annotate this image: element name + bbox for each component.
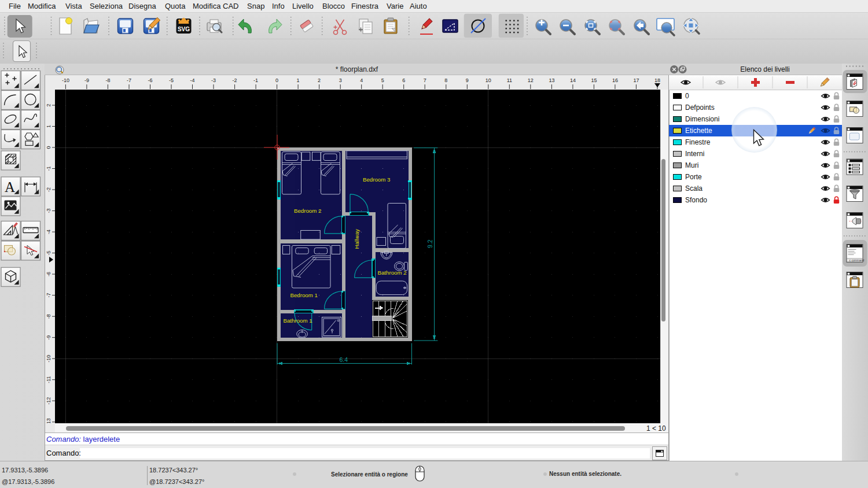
svg-text:6.4: 6.4 <box>340 356 348 363</box>
svg-text:-5: -5 <box>46 251 52 256</box>
svg-text:SVG: SVG <box>178 26 190 32</box>
svg-text:Elenco dei livelli: Elenco dei livelli <box>740 65 789 73</box>
svg-text:-2: -2 <box>46 187 52 192</box>
svg-text:12: 12 <box>528 77 534 83</box>
svg-text:-6: -6 <box>46 272 52 276</box>
svg-text:-3: -3 <box>211 77 216 83</box>
svg-text:c command: c command <box>849 258 865 262</box>
svg-text:14: 14 <box>570 77 576 83</box>
svg-text:-8: -8 <box>46 314 52 319</box>
svg-text:Bedroom 3: Bedroom 3 <box>363 176 390 183</box>
svg-text:-4: -4 <box>46 230 52 234</box>
svg-text:-9: -9 <box>46 335 52 340</box>
svg-text:-10: -10 <box>62 77 69 83</box>
svg-text:9.2: 9.2 <box>426 239 433 248</box>
svg-text:-9: -9 <box>84 77 89 83</box>
svg-text:11: 11 <box>507 77 512 83</box>
svg-text:10: 10 <box>486 77 491 83</box>
svg-text:-4: -4 <box>190 77 194 83</box>
svg-text:17: 17 <box>633 77 639 83</box>
svg-text:18: 18 <box>654 77 660 83</box>
svg-text:-7: -7 <box>127 77 131 83</box>
svg-text:Bedroom 1: Bedroom 1 <box>290 292 318 298</box>
svg-text:-12: -12 <box>46 397 52 405</box>
svg-text:-10: -10 <box>46 355 52 363</box>
svg-text:15: 15 <box>591 77 597 83</box>
svg-text:1: 1 <box>297 77 300 83</box>
svg-text:Bathroom 1: Bathroom 1 <box>284 317 312 324</box>
svg-text:Hallway: Hallway <box>354 229 360 249</box>
svg-text:2: 2 <box>318 77 321 83</box>
svg-text:-2: -2 <box>233 77 237 83</box>
svg-text:-5: -5 <box>169 77 174 83</box>
svg-text:0: 0 <box>46 146 52 149</box>
svg-text:-8: -8 <box>105 77 110 83</box>
svg-text:-7: -7 <box>46 293 52 298</box>
svg-text:13: 13 <box>549 77 554 83</box>
svg-text:A: A <box>5 179 15 195</box>
svg-text:6: 6 <box>402 77 405 83</box>
svg-text:-1: -1 <box>46 166 52 171</box>
svg-text:4: 4 <box>360 77 363 83</box>
svg-text:9: 9 <box>466 77 469 83</box>
svg-text:7: 7 <box>424 77 426 83</box>
svg-text:3: 3 <box>339 77 342 83</box>
svg-text:16: 16 <box>612 77 618 83</box>
svg-text:Bathroom 2: Bathroom 2 <box>378 269 407 276</box>
svg-text:-1: -1 <box>253 77 258 83</box>
svg-text:Bedroom 2: Bedroom 2 <box>294 208 321 214</box>
svg-text:-6: -6 <box>148 77 152 83</box>
svg-text:1: 1 <box>46 125 52 128</box>
svg-text:-11: -11 <box>46 376 52 383</box>
svg-text:5: 5 <box>381 77 384 83</box>
svg-text:0: 0 <box>275 77 278 83</box>
svg-text:8: 8 <box>444 77 447 83</box>
svg-text:2: 2 <box>46 103 52 106</box>
svg-text:-3: -3 <box>46 209 52 213</box>
